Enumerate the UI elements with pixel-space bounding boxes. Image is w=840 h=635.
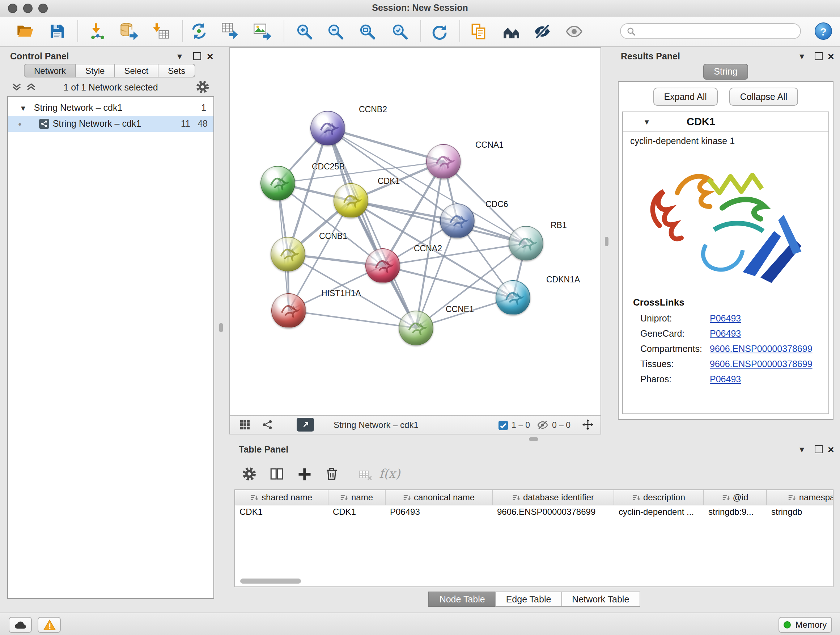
open-session-button[interactable] xyxy=(13,19,38,43)
network-collection-row[interactable]: ▼ String Network – cdk1 1 xyxy=(8,100,213,116)
delete-table-button[interactable] xyxy=(358,468,373,486)
network-node-rb1[interactable] xyxy=(508,226,543,261)
import-table-button[interactable] xyxy=(148,19,173,43)
network-row[interactable]: ● String Network – cdk1 11 48 xyxy=(8,116,213,132)
table-settings-button[interactable] xyxy=(242,466,257,485)
help-button[interactable]: ? xyxy=(815,22,832,40)
network-node-cdc6[interactable] xyxy=(440,203,475,238)
control-panel-tabs: NetworkStyleSelectSets xyxy=(24,64,195,78)
export-image-button[interactable] xyxy=(249,19,274,43)
network-canvas[interactable]: CCNB2CCNA1CDC25BCDK1CDC6RB1CCNB1CCNA2CDK… xyxy=(229,47,601,416)
table-cell-description[interactable]: cyclin-dependent ... xyxy=(614,505,704,519)
documents-button[interactable] xyxy=(466,19,491,43)
control-panel-collapse-icon[interactable]: ▾ xyxy=(177,52,182,61)
folder-open-icon xyxy=(16,22,35,41)
bottom-splitter-handle[interactable] xyxy=(529,437,538,441)
collapse-all-button-results[interactable]: Collapse All xyxy=(729,88,798,106)
table-cell-shared-name[interactable]: CDK1 xyxy=(235,505,328,519)
show-columns-button[interactable] xyxy=(269,466,284,485)
column-header-shared-name[interactable]: shared name xyxy=(235,490,328,505)
table-cell-namespac[interactable]: stringdb xyxy=(767,505,834,519)
tab-edge-table[interactable]: Edge Table xyxy=(495,592,562,607)
pan-mode-button[interactable] xyxy=(582,418,594,434)
arrow-up-right-icon xyxy=(302,421,309,429)
cloud-status-button[interactable] xyxy=(9,617,32,633)
network-node-ccnb1[interactable] xyxy=(271,237,305,272)
crosslink-link[interactable]: 9606.ENSP00000378699 xyxy=(710,344,813,354)
network-node-ccna1[interactable] xyxy=(426,144,461,179)
table-data-row[interactable]: CDK1CDK1P064939606.ENSP00000378699cyclin… xyxy=(235,505,833,519)
results-panel-float-button[interactable] xyxy=(815,52,823,60)
crosslink-link[interactable]: P06493 xyxy=(710,329,741,339)
hide-selected-button[interactable] xyxy=(530,19,554,43)
network-node-hist1h1a[interactable] xyxy=(271,293,306,328)
zoom-fit-button[interactable] xyxy=(355,19,379,43)
column-header-namespac[interactable]: namespac xyxy=(767,490,834,505)
control-panel-float-button[interactable] xyxy=(193,52,201,60)
column-header-name[interactable]: name xyxy=(328,490,386,505)
control-panel-settings-button[interactable] xyxy=(195,80,210,97)
grid-view-button[interactable] xyxy=(240,419,250,433)
warnings-button[interactable] xyxy=(38,617,61,633)
zoom-selected-button[interactable] xyxy=(387,19,412,43)
crosslink-link[interactable]: P06493 xyxy=(710,374,741,385)
right-splitter-handle[interactable] xyxy=(605,237,608,246)
zoom-out-button[interactable] xyxy=(323,19,347,43)
network-node-cdkn1a[interactable] xyxy=(496,280,531,315)
tab-select[interactable]: Select xyxy=(114,64,158,78)
table-panel-collapse-icon[interactable]: ▾ xyxy=(799,445,804,454)
delete-column-button[interactable] xyxy=(324,466,339,485)
table-horizontal-scrollbar[interactable] xyxy=(240,578,301,584)
table-cell-database-identifier[interactable]: 9606.ENSP00000378699 xyxy=(493,505,614,519)
create-column-button[interactable] xyxy=(297,466,313,485)
memory-button[interactable]: Memory xyxy=(778,617,832,633)
show-all-button[interactable] xyxy=(561,19,586,43)
network-node-cdk1[interactable] xyxy=(333,183,368,218)
network-node-ccnb2[interactable] xyxy=(310,111,345,146)
import-network-database-button[interactable] xyxy=(117,19,141,43)
crosslink-link[interactable]: P06493 xyxy=(710,314,741,324)
import-network-file-button[interactable] xyxy=(85,19,110,43)
tab-sets[interactable]: Sets xyxy=(158,64,195,78)
network-overview-button[interactable] xyxy=(499,19,523,43)
left-splitter-handle[interactable] xyxy=(219,323,223,333)
crosslink-link[interactable]: 9606.ENSP00000378699 xyxy=(710,359,813,369)
network-node-ccne1[interactable] xyxy=(399,310,433,345)
clone-network-button[interactable] xyxy=(218,19,242,43)
detach-view-button[interactable] xyxy=(297,418,314,432)
new-network-button[interactable] xyxy=(187,19,211,43)
results-panel-close-button[interactable]: × xyxy=(828,52,834,61)
protein-section-header[interactable]: ▼ CDK1 xyxy=(623,112,829,132)
tab-string[interactable]: String xyxy=(703,64,748,80)
tab-node-table[interactable]: Node Table xyxy=(429,592,496,607)
column-header-description[interactable]: description xyxy=(614,490,704,505)
search-box[interactable] xyxy=(620,23,801,39)
table-panel-close-button[interactable]: × xyxy=(828,445,834,454)
control-panel-close-button[interactable]: × xyxy=(207,52,213,61)
tree-disclosure-icon[interactable]: ▼ xyxy=(19,104,27,112)
table-cell-id[interactable]: stringdb:9... xyxy=(704,505,767,519)
search-input[interactable] xyxy=(639,25,794,37)
tab-network-table[interactable]: Network Table xyxy=(561,592,640,607)
column-header-id[interactable]: @id xyxy=(704,490,767,505)
warning-icon xyxy=(42,618,56,632)
function-builder-button[interactable]: f(x) xyxy=(379,466,400,481)
results-panel-collapse-icon[interactable]: ▾ xyxy=(799,52,804,61)
column-header-canonical-name[interactable]: canonical name xyxy=(386,490,493,505)
zoom-in-button[interactable] xyxy=(292,19,316,43)
tab-style[interactable]: Style xyxy=(75,64,115,78)
expand-all-button[interactable]: Expand All xyxy=(653,88,718,106)
tab-network[interactable]: Network xyxy=(24,64,76,78)
crosslink-label: Pharos: xyxy=(640,374,710,385)
table-panel-float-button[interactable] xyxy=(815,445,823,453)
network-node-cdc25b[interactable] xyxy=(261,166,295,201)
table-cell-name[interactable]: CDK1 xyxy=(328,505,386,519)
network-view-mode-button[interactable] xyxy=(262,419,273,433)
section-disclosure-icon[interactable]: ▼ xyxy=(643,118,651,126)
network-node-ccna2[interactable] xyxy=(365,249,400,283)
column-header-database-identifier[interactable]: database identifier xyxy=(493,490,614,505)
column-header-label: shared name xyxy=(262,492,312,502)
refresh-button[interactable] xyxy=(426,19,451,43)
table-cell-canonical-name[interactable]: P06493 xyxy=(386,505,493,519)
save-session-button[interactable] xyxy=(45,19,69,43)
